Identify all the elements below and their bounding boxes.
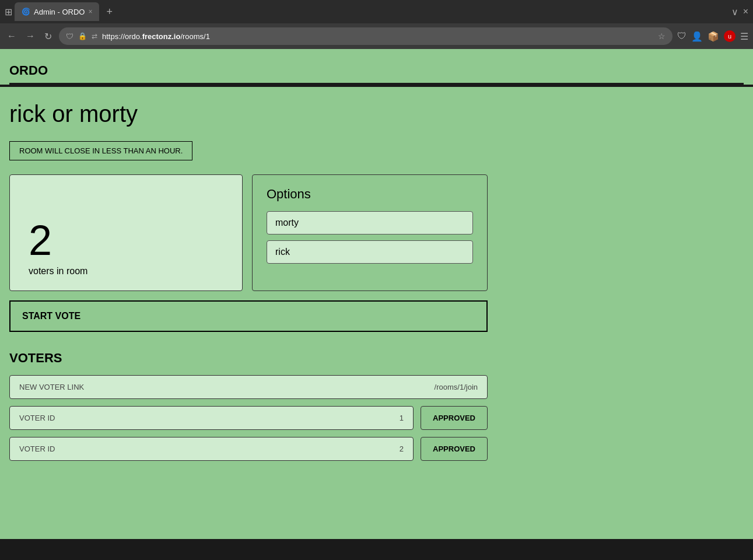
voters-section-title: VOTERS <box>9 351 744 366</box>
voter-id-label-1: VOTER ID <box>19 414 400 422</box>
new-voter-link-row: NEW VOTER LINK /rooms/1/join <box>9 375 488 399</box>
option-item-2: rick <box>267 240 473 264</box>
title-bar: ⊞ 🌀 Admin - ORDO × + ∨ × <box>0 0 753 23</box>
voter-id-label-2: VOTER ID <box>19 444 400 453</box>
new-tab-button[interactable]: + <box>101 4 117 20</box>
pocket-icon[interactable]: 🛡 <box>677 31 687 41</box>
voter-row-2: VOTER ID 2 APPROVED <box>9 437 488 461</box>
voter-id-box-2: VOTER ID 2 <box>9 437 414 461</box>
voters-card: 2 voters in room <box>9 174 243 291</box>
back-button[interactable]: ← <box>5 29 19 44</box>
approved-button-1[interactable]: APPROVED <box>421 406 488 430</box>
browser-chrome: ⊞ 🌀 Admin - ORDO × + ∨ × ← → ↻ 🛡 🔒 ⇄ htt… <box>0 0 753 49</box>
cards-row: 2 voters in room Options morty rick <box>9 174 488 291</box>
voter-count: 2 <box>29 219 223 261</box>
close-window-button[interactable]: × <box>743 6 748 18</box>
address-bar-container: 🛡 🔒 ⇄ https://ordo.frectonz.io/rooms/1 ☆ <box>59 27 673 45</box>
start-vote-button[interactable]: START VOTE <box>9 300 488 332</box>
address-text[interactable]: https://ordo.frectonz.io/rooms/1 <box>102 32 653 41</box>
voter-link-label: NEW VOTER LINK <box>19 383 435 391</box>
voter-link-value: /rooms/1/join <box>435 383 478 391</box>
voters-section: VOTERS NEW VOTER LINK /rooms/1/join VOTE… <box>9 351 744 461</box>
room-title: rick or morty <box>9 101 744 127</box>
voters-label: voters in room <box>29 266 223 276</box>
tab-title: Admin - ORDO <box>34 8 85 16</box>
ublock-icon[interactable]: u <box>724 30 736 42</box>
menu-icon[interactable]: ☰ <box>740 31 748 42</box>
voter-id-num-1: 1 <box>400 414 404 422</box>
tab-close-button[interactable]: × <box>88 8 92 16</box>
options-card: Options morty rick <box>252 174 488 291</box>
tab-favicon: 🌀 <box>22 8 30 16</box>
active-tab[interactable]: 🌀 Admin - ORDO × <box>15 2 99 21</box>
approved-button-2[interactable]: APPROVED <box>421 437 488 461</box>
lock-icon: 🔒 <box>78 32 87 40</box>
voter-id-box-1: VOTER ID 1 <box>9 406 414 430</box>
voter-id-num-2: 2 <box>400 444 404 453</box>
options-title: Options <box>267 187 473 202</box>
main-section: rick or morty ROOM WILL CLOSE IN LESS TH… <box>9 87 744 461</box>
extensions-icon[interactable]: 📦 <box>708 31 719 42</box>
alert-text: ROOM WILL CLOSE IN LESS THAN AN HOUR. <box>19 146 183 155</box>
shield-icon: 🛡 <box>66 32 73 41</box>
window-menu-icon[interactable]: ⊞ <box>5 6 12 18</box>
refresh-button[interactable]: ↻ <box>42 29 54 44</box>
navigation-bar: ← → ↻ 🛡 🔒 ⇄ https://ordo.frectonz.io/roo… <box>0 23 753 49</box>
voter-row-1: VOTER ID 1 APPROVED <box>9 406 488 430</box>
toolbar-icons: 🛡 👤 📦 u ☰ <box>677 30 748 42</box>
title-bar-controls: ∨ × <box>731 6 748 18</box>
app-header: ORDO <box>9 58 744 85</box>
option-item-1: morty <box>267 211 473 235</box>
page-content: ORDO rick or morty ROOM WILL CLOSE IN LE… <box>0 49 753 539</box>
minimize-button[interactable]: ∨ <box>731 6 738 18</box>
connection-icon: ⇄ <box>92 32 97 40</box>
app-title: ORDO <box>9 63 48 78</box>
forward-button[interactable]: → <box>23 29 37 44</box>
bookmark-icon[interactable]: ☆ <box>658 32 666 41</box>
alert-box: ROOM WILL CLOSE IN LESS THAN AN HOUR. <box>9 141 192 160</box>
profile-icon[interactable]: 👤 <box>691 31 703 42</box>
